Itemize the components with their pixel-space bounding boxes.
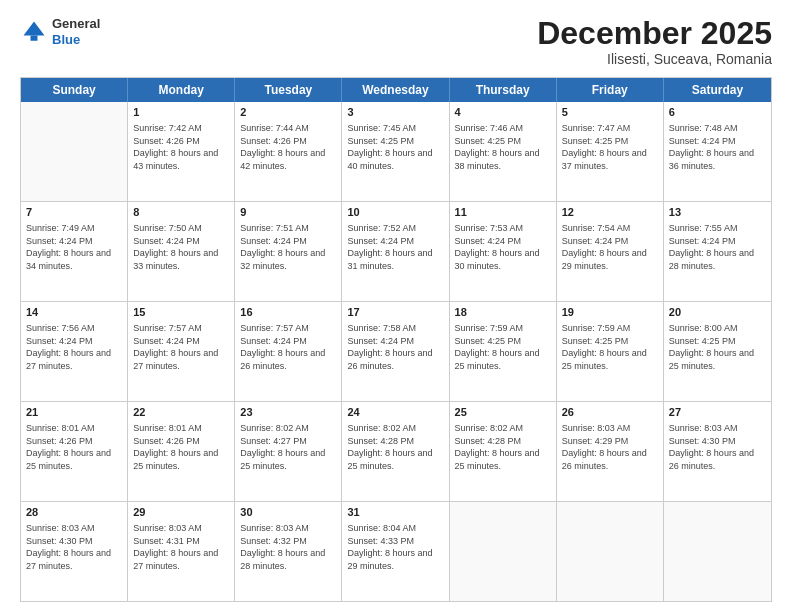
calendar-week-3: 14Sunrise: 7:56 AMSunset: 4:24 PMDayligh… <box>21 301 771 401</box>
day-number: 14 <box>26 305 122 320</box>
calendar-day-6: 6Sunrise: 7:48 AMSunset: 4:24 PMDaylight… <box>664 102 771 201</box>
day-info: Sunrise: 7:59 AMSunset: 4:25 PMDaylight:… <box>455 322 551 372</box>
logo-blue-text: Blue <box>52 32 80 47</box>
day-info: Sunrise: 7:42 AMSunset: 4:26 PMDaylight:… <box>133 122 229 172</box>
calendar-day-18: 18Sunrise: 7:59 AMSunset: 4:25 PMDayligh… <box>450 302 557 401</box>
day-info: Sunrise: 7:56 AMSunset: 4:24 PMDaylight:… <box>26 322 122 372</box>
calendar-day-7: 7Sunrise: 7:49 AMSunset: 4:24 PMDaylight… <box>21 202 128 301</box>
day-number: 1 <box>133 105 229 120</box>
day-info: Sunrise: 8:03 AMSunset: 4:32 PMDaylight:… <box>240 522 336 572</box>
calendar-day-1: 1Sunrise: 7:42 AMSunset: 4:26 PMDaylight… <box>128 102 235 201</box>
day-info: Sunrise: 7:44 AMSunset: 4:26 PMDaylight:… <box>240 122 336 172</box>
location: Ilisesti, Suceava, Romania <box>537 51 772 67</box>
calendar-day-24: 24Sunrise: 8:02 AMSunset: 4:28 PMDayligh… <box>342 402 449 501</box>
calendar-day-13: 13Sunrise: 7:55 AMSunset: 4:24 PMDayligh… <box>664 202 771 301</box>
day-number: 2 <box>240 105 336 120</box>
day-info: Sunrise: 8:03 AMSunset: 4:31 PMDaylight:… <box>133 522 229 572</box>
day-info: Sunrise: 8:01 AMSunset: 4:26 PMDaylight:… <box>26 422 122 472</box>
day-number: 19 <box>562 305 658 320</box>
svg-rect-1 <box>31 35 38 40</box>
day-info: Sunrise: 8:02 AMSunset: 4:27 PMDaylight:… <box>240 422 336 472</box>
calendar-day-14: 14Sunrise: 7:56 AMSunset: 4:24 PMDayligh… <box>21 302 128 401</box>
calendar-day-25: 25Sunrise: 8:02 AMSunset: 4:28 PMDayligh… <box>450 402 557 501</box>
calendar-day-30: 30Sunrise: 8:03 AMSunset: 4:32 PMDayligh… <box>235 502 342 601</box>
day-info: Sunrise: 7:51 AMSunset: 4:24 PMDaylight:… <box>240 222 336 272</box>
calendar-day-empty <box>557 502 664 601</box>
calendar-day-20: 20Sunrise: 8:00 AMSunset: 4:25 PMDayligh… <box>664 302 771 401</box>
day-number: 27 <box>669 405 766 420</box>
day-info: Sunrise: 7:47 AMSunset: 4:25 PMDaylight:… <box>562 122 658 172</box>
day-info: Sunrise: 7:48 AMSunset: 4:24 PMDaylight:… <box>669 122 766 172</box>
day-info: Sunrise: 7:49 AMSunset: 4:24 PMDaylight:… <box>26 222 122 272</box>
svg-marker-0 <box>24 21 45 35</box>
day-info: Sunrise: 7:58 AMSunset: 4:24 PMDaylight:… <box>347 322 443 372</box>
day-info: Sunrise: 7:46 AMSunset: 4:25 PMDaylight:… <box>455 122 551 172</box>
day-number: 10 <box>347 205 443 220</box>
day-info: Sunrise: 8:02 AMSunset: 4:28 PMDaylight:… <box>347 422 443 472</box>
day-info: Sunrise: 7:45 AMSunset: 4:25 PMDaylight:… <box>347 122 443 172</box>
title-block: December 2025 Ilisesti, Suceava, Romania <box>537 16 772 67</box>
day-number: 23 <box>240 405 336 420</box>
header: General Blue December 2025 Ilisesti, Suc… <box>20 16 772 67</box>
calendar-day-28: 28Sunrise: 8:03 AMSunset: 4:30 PMDayligh… <box>21 502 128 601</box>
calendar-day-5: 5Sunrise: 7:47 AMSunset: 4:25 PMDaylight… <box>557 102 664 201</box>
page: General Blue December 2025 Ilisesti, Suc… <box>0 0 792 612</box>
day-number: 24 <box>347 405 443 420</box>
header-day-tuesday: Tuesday <box>235 78 342 102</box>
day-info: Sunrise: 8:03 AMSunset: 4:30 PMDaylight:… <box>669 422 766 472</box>
calendar-day-12: 12Sunrise: 7:54 AMSunset: 4:24 PMDayligh… <box>557 202 664 301</box>
calendar-day-27: 27Sunrise: 8:03 AMSunset: 4:30 PMDayligh… <box>664 402 771 501</box>
calendar-day-2: 2Sunrise: 7:44 AMSunset: 4:26 PMDaylight… <box>235 102 342 201</box>
day-number: 7 <box>26 205 122 220</box>
calendar-day-19: 19Sunrise: 7:59 AMSunset: 4:25 PMDayligh… <box>557 302 664 401</box>
calendar-day-31: 31Sunrise: 8:04 AMSunset: 4:33 PMDayligh… <box>342 502 449 601</box>
day-number: 29 <box>133 505 229 520</box>
day-info: Sunrise: 7:54 AMSunset: 4:24 PMDaylight:… <box>562 222 658 272</box>
calendar-day-15: 15Sunrise: 7:57 AMSunset: 4:24 PMDayligh… <box>128 302 235 401</box>
calendar-header: SundayMondayTuesdayWednesdayThursdayFrid… <box>21 78 771 102</box>
calendar-day-3: 3Sunrise: 7:45 AMSunset: 4:25 PMDaylight… <box>342 102 449 201</box>
calendar-day-8: 8Sunrise: 7:50 AMSunset: 4:24 PMDaylight… <box>128 202 235 301</box>
calendar-body: 1Sunrise: 7:42 AMSunset: 4:26 PMDaylight… <box>21 102 771 601</box>
logo-icon <box>20 18 48 46</box>
day-info: Sunrise: 8:02 AMSunset: 4:28 PMDaylight:… <box>455 422 551 472</box>
month-title: December 2025 <box>537 16 772 51</box>
calendar-week-1: 1Sunrise: 7:42 AMSunset: 4:26 PMDaylight… <box>21 102 771 201</box>
logo-general-text: General <box>52 16 100 31</box>
calendar-day-21: 21Sunrise: 8:01 AMSunset: 4:26 PMDayligh… <box>21 402 128 501</box>
day-number: 22 <box>133 405 229 420</box>
header-day-friday: Friday <box>557 78 664 102</box>
day-number: 11 <box>455 205 551 220</box>
calendar-day-9: 9Sunrise: 7:51 AMSunset: 4:24 PMDaylight… <box>235 202 342 301</box>
day-info: Sunrise: 7:50 AMSunset: 4:24 PMDaylight:… <box>133 222 229 272</box>
day-number: 30 <box>240 505 336 520</box>
header-day-thursday: Thursday <box>450 78 557 102</box>
day-info: Sunrise: 7:57 AMSunset: 4:24 PMDaylight:… <box>133 322 229 372</box>
day-number: 31 <box>347 505 443 520</box>
day-number: 16 <box>240 305 336 320</box>
day-info: Sunrise: 7:59 AMSunset: 4:25 PMDaylight:… <box>562 322 658 372</box>
day-info: Sunrise: 8:01 AMSunset: 4:26 PMDaylight:… <box>133 422 229 472</box>
calendar-day-empty <box>450 502 557 601</box>
day-number: 8 <box>133 205 229 220</box>
day-info: Sunrise: 7:57 AMSunset: 4:24 PMDaylight:… <box>240 322 336 372</box>
day-info: Sunrise: 7:55 AMSunset: 4:24 PMDaylight:… <box>669 222 766 272</box>
calendar: SundayMondayTuesdayWednesdayThursdayFrid… <box>20 77 772 602</box>
calendar-day-23: 23Sunrise: 8:02 AMSunset: 4:27 PMDayligh… <box>235 402 342 501</box>
calendar-day-16: 16Sunrise: 7:57 AMSunset: 4:24 PMDayligh… <box>235 302 342 401</box>
calendar-week-5: 28Sunrise: 8:03 AMSunset: 4:30 PMDayligh… <box>21 501 771 601</box>
day-info: Sunrise: 8:00 AMSunset: 4:25 PMDaylight:… <box>669 322 766 372</box>
header-day-sunday: Sunday <box>21 78 128 102</box>
day-number: 12 <box>562 205 658 220</box>
day-number: 28 <box>26 505 122 520</box>
day-info: Sunrise: 7:52 AMSunset: 4:24 PMDaylight:… <box>347 222 443 272</box>
day-number: 18 <box>455 305 551 320</box>
day-number: 20 <box>669 305 766 320</box>
calendar-day-17: 17Sunrise: 7:58 AMSunset: 4:24 PMDayligh… <box>342 302 449 401</box>
day-number: 4 <box>455 105 551 120</box>
calendar-day-10: 10Sunrise: 7:52 AMSunset: 4:24 PMDayligh… <box>342 202 449 301</box>
header-day-saturday: Saturday <box>664 78 771 102</box>
day-info: Sunrise: 7:53 AMSunset: 4:24 PMDaylight:… <box>455 222 551 272</box>
logo: General Blue <box>20 16 100 47</box>
calendar-day-4: 4Sunrise: 7:46 AMSunset: 4:25 PMDaylight… <box>450 102 557 201</box>
